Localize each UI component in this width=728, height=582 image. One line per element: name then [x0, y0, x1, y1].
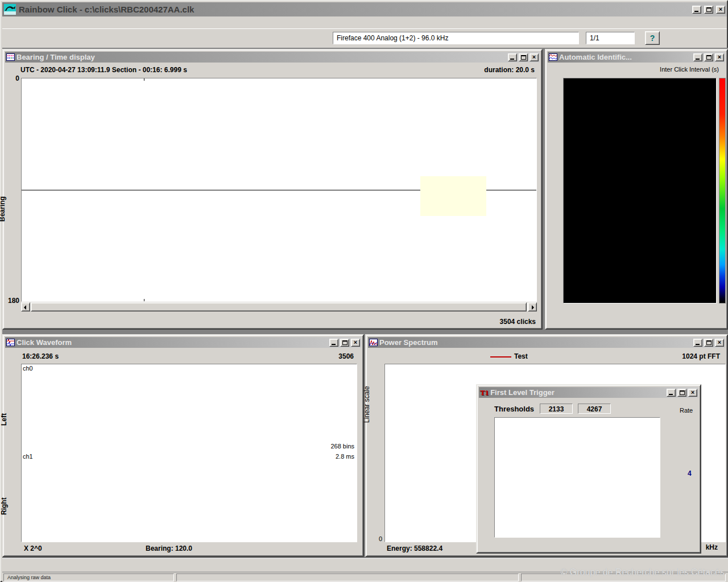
device-select-value: Fireface 400 Analog (1+2) - 96.0 kHz	[337, 34, 448, 42]
bearing-window-title: Bearing / Time display	[16, 53, 506, 61]
watermark: © Groupe de Recherche sur les Cétacés	[561, 567, 725, 577]
bearing-close-button[interactable]: ×	[530, 53, 539, 61]
trigger-title-bar: T1 First Level Trigger ×	[479, 387, 698, 398]
trigger-window-title: First Level Trigger	[490, 388, 665, 397]
auto-id-close-button[interactable]: ×	[715, 53, 724, 61]
sub-status-panel: Analysing raw data	[3, 573, 174, 581]
trigger-axis-labels	[477, 539, 702, 547]
bearing-minimize-button[interactable]	[508, 53, 517, 61]
spectrum-title-bar: Power Spectrum ×	[368, 337, 725, 348]
bearing-plot[interactable]	[21, 78, 537, 302]
scroll-thumb[interactable]	[31, 302, 527, 311]
sub-status-text: Analysing raw data	[7, 575, 51, 580]
main-title-bar: Rainbow Click - c:\clicks\RBC200427AA.cl…	[2, 2, 727, 16]
main-title: Rainbow Click - c:\clicks\RBC200427AA.cl…	[19, 5, 689, 14]
threshold2-value: 4267	[587, 405, 602, 413]
bearing-duration-label: duration: 20.0 s	[484, 66, 535, 74]
device-select[interactable]: Fireface 400 Analog (1+2) - 96.0 kHz	[333, 32, 579, 44]
main-window: Rainbow Click - c:\clicks\RBC200427AA.cl…	[0, 0, 728, 582]
help-button[interactable]: ?	[645, 31, 660, 45]
bearing-window-icon	[6, 53, 15, 61]
waveform-plot[interactable]: ch0 268 bins ch1 2.8 ms	[21, 364, 357, 542]
app-icon	[4, 4, 16, 15]
rate-value-label: 4	[688, 469, 692, 477]
page-field[interactable]: 1/1	[586, 32, 635, 44]
waveform-click-number: 3506	[338, 352, 354, 360]
legend-line	[490, 356, 511, 357]
trigger-window-icon: T1	[480, 388, 489, 397]
track-buttons	[23, 316, 541, 329]
auto-id-subtitle: Inter Click Interval (s)	[660, 66, 719, 73]
scroll-right-button[interactable]	[528, 302, 537, 311]
auto-id-window: Automatic Identific... × Inter Click Int…	[545, 49, 728, 330]
waveform-right-label: Right	[0, 497, 8, 515]
waveform-title-bar: Click Waveform ×	[5, 337, 361, 348]
threshold2-field[interactable]: 4267	[578, 404, 611, 414]
waveform-canvas	[22, 364, 357, 542]
bearing-scrollbar[interactable]	[21, 302, 537, 311]
waveform-bearing-label: Bearing: 120.0	[146, 544, 192, 552]
spectrum-close-button[interactable]: ×	[715, 339, 724, 347]
waveform-maximize-button[interactable]	[340, 339, 349, 347]
auto-id-plot[interactable]	[563, 78, 717, 304]
menu-bar	[2, 17, 727, 28]
trigger-maximize-button[interactable]	[677, 389, 686, 397]
khz-label: kHz	[706, 543, 718, 551]
waveform-minimize-button[interactable]	[329, 339, 338, 347]
click-waveform-window: Click Waveform × 16:26.236 s 3506 Left R…	[2, 334, 364, 557]
rate-label: Rate	[680, 407, 693, 414]
legend-label: Test	[514, 352, 528, 360]
waveform-time-label: 16:26.236 s	[22, 352, 59, 360]
spectrum-window-title: Power Spectrum	[379, 338, 692, 347]
bearing-title-bar: Bearing / Time display ×	[5, 52, 540, 63]
ms-label: 2.8 ms	[336, 453, 354, 460]
trigger-minimize-button[interactable]	[667, 389, 676, 397]
main-minimize-button[interactable]	[692, 6, 701, 14]
bearing-utc-label: UTC - 2020-04-27 13:09:11.9 Section - 00…	[20, 66, 187, 74]
spectrum-window-icon	[369, 339, 378, 346]
main-maximize-button[interactable]	[704, 6, 713, 14]
bearing-time-window: Bearing / Time display × UTC - 2020-04-2…	[2, 49, 543, 330]
ch1-label: ch1	[23, 453, 33, 460]
page-field-value: 1/1	[590, 34, 599, 42]
linear-scale-label: Linear scale	[363, 386, 371, 423]
waveform-window-title: Click Waveform	[16, 338, 328, 347]
auto-id-minimize-button[interactable]	[693, 53, 702, 61]
bearing-tick-bottom	[144, 299, 144, 301]
bearing-tick-top	[144, 78, 144, 81]
trigger-plot[interactable]	[494, 417, 660, 538]
threshold1-value: 2133	[549, 405, 564, 413]
scroll-left-icon	[24, 305, 26, 310]
auto-id-maximize-button[interactable]	[704, 53, 713, 61]
spectrum-minimize-button[interactable]	[693, 339, 702, 347]
trigger-canvas	[495, 418, 660, 537]
threshold1-field[interactable]: 2133	[540, 404, 573, 414]
auto-id-window-title: Automatic Identific...	[559, 53, 692, 61]
auto-id-title-bar: Automatic Identific... ×	[548, 52, 725, 63]
spectrum-zero-label: 0	[379, 535, 382, 542]
auto-id-window-icon	[549, 53, 557, 61]
bins-label: 268 bins	[330, 443, 354, 450]
ch0-label: ch0	[23, 365, 33, 372]
toolbar: Fireface 400 Analog (1+2) - 96.0 kHz 1/1…	[2, 28, 727, 47]
bearing-axis-label: Bearing	[0, 196, 6, 222]
energy-label: Energy: 558822.4	[387, 544, 442, 552]
bearing-maximize-button[interactable]	[519, 53, 528, 61]
auto-id-axis-labels	[563, 310, 722, 318]
trigger-close-button[interactable]: ×	[688, 389, 697, 397]
fft-label: 1024 pt FFT	[682, 352, 720, 360]
thresholds-label: Thresholds	[494, 405, 534, 413]
auto-id-ruler	[563, 305, 717, 309]
waveform-xscale-label: X 2^0	[24, 544, 42, 552]
main-close-button[interactable]: ×	[716, 6, 725, 14]
click-tooltip	[420, 176, 486, 216]
scroll-left-button[interactable]	[21, 302, 30, 311]
scroll-right-icon	[532, 305, 534, 310]
first-level-trigger-window: T1 First Level Trigger × Thresholds 2133…	[476, 384, 701, 554]
spectrum-maximize-button[interactable]	[704, 339, 713, 347]
waveform-left-label: Left	[0, 413, 8, 426]
sub-status-panel-2	[176, 573, 519, 581]
help-icon: ?	[650, 34, 655, 43]
waveform-close-button[interactable]: ×	[351, 339, 360, 347]
bearing-axis-bottom-label: 180	[5, 297, 19, 305]
